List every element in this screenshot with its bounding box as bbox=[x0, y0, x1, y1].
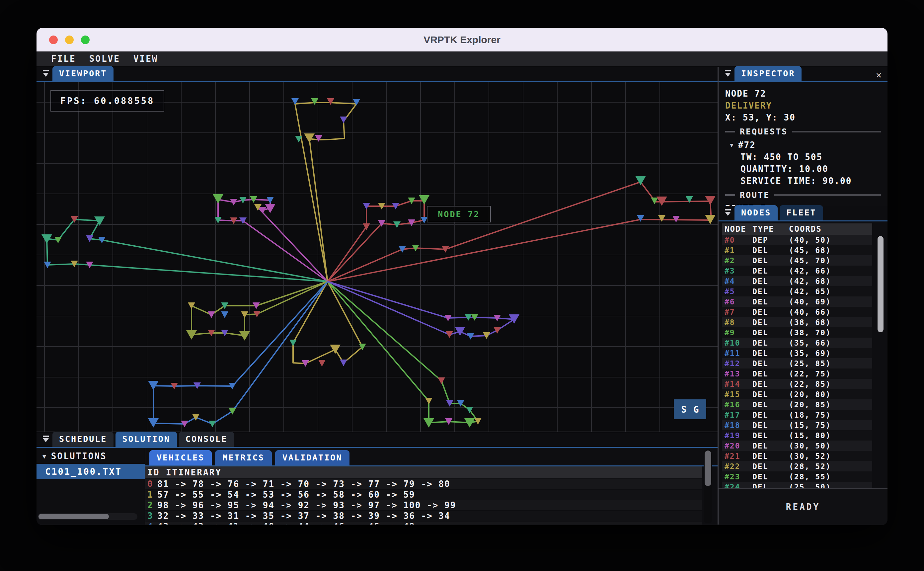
node-marker[interactable] bbox=[209, 421, 216, 427]
collapse-nodes-icon[interactable] bbox=[723, 208, 733, 218]
node-table-row[interactable]: #21DEL(30, 52) bbox=[722, 451, 872, 461]
node-marker[interactable] bbox=[637, 215, 644, 222]
tab-inspector[interactable]: INSPECTOR bbox=[735, 66, 802, 81]
node-marker[interactable] bbox=[188, 302, 195, 309]
tab-vehicles[interactable]: VEHICLES bbox=[149, 450, 212, 465]
node-table-row[interactable]: #24DEL(25, 50) bbox=[722, 482, 872, 488]
collapse-bottom-panel-icon[interactable] bbox=[41, 435, 51, 445]
tab-validation[interactable]: VALIDATION bbox=[275, 450, 350, 465]
node-marker[interactable] bbox=[208, 312, 215, 318]
zoom-window-button[interactable] bbox=[81, 35, 89, 44]
tree-expand-icon[interactable]: ▼ bbox=[43, 453, 47, 460]
node-table-row[interactable]: #11DEL(35, 69) bbox=[722, 348, 872, 358]
close-window-button[interactable] bbox=[49, 35, 58, 44]
node-table-row[interactable]: #5DEL(42, 65) bbox=[722, 286, 872, 296]
itinerary-row[interactable]: 081 -> 78 -> 76 -> 71 -> 70 -> 73 -> 77 … bbox=[145, 479, 702, 489]
minimize-window-button[interactable] bbox=[65, 35, 74, 44]
request-expand-icon[interactable]: ▼ bbox=[730, 139, 734, 151]
node-type: DEL bbox=[752, 318, 789, 327]
node-table-row[interactable]: #19DEL(15, 80) bbox=[722, 430, 872, 441]
tab-metrics[interactable]: METRICS bbox=[215, 450, 271, 465]
node-table-row[interactable]: #15DEL(20, 80) bbox=[722, 389, 872, 400]
tab-nodes[interactable]: NODES bbox=[735, 205, 778, 221]
node-marker[interactable] bbox=[327, 98, 334, 105]
vehicle-id: 1 bbox=[145, 490, 157, 500]
node-table-row[interactable]: #18DEL(15, 75) bbox=[722, 420, 872, 430]
node-table-row[interactable]: #17DEL(18, 75) bbox=[722, 410, 872, 420]
menu-item-solve[interactable]: SOLVE bbox=[89, 54, 120, 64]
node-coords: (28, 52) bbox=[789, 462, 831, 471]
node-type: DEP bbox=[752, 236, 789, 244]
node-table-row[interactable]: #6DEL(40, 69) bbox=[722, 296, 872, 307]
node-type: DEL bbox=[752, 400, 789, 409]
node-table-row[interactable]: #13DEL(22, 75) bbox=[722, 369, 872, 379]
solution-file-item[interactable]: C101_100.TXT bbox=[37, 464, 145, 479]
node-marker[interactable] bbox=[221, 312, 228, 318]
node-marker[interactable] bbox=[651, 198, 658, 204]
close-inspector-icon[interactable]: ✕ bbox=[876, 69, 881, 80]
node-marker[interactable] bbox=[330, 344, 340, 354]
inspector-node-info: NODE 72 DELIVERY X: 53, Y: 30 REQUESTS ▼… bbox=[719, 82, 887, 206]
vehicle-id: 0 bbox=[145, 479, 157, 489]
tab-schedule[interactable]: SCHEDULE bbox=[52, 432, 114, 447]
toggle-g[interactable]: G bbox=[693, 404, 699, 415]
tab-console[interactable]: CONSOLE bbox=[179, 432, 234, 447]
node-marker[interactable] bbox=[239, 331, 250, 341]
collapse-inspector-icon[interactable] bbox=[723, 69, 733, 79]
node-id: #19 bbox=[722, 431, 752, 440]
itinerary-v-scrollbar bbox=[704, 449, 712, 523]
node-marker[interactable] bbox=[425, 398, 433, 404]
node-table-row[interactable]: #1DEL(45, 68) bbox=[722, 245, 872, 255]
menu-item-view[interactable]: VIEW bbox=[133, 54, 158, 64]
itinerary-row[interactable]: 157 -> 55 -> 54 -> 53 -> 56 -> 58 -> 60 … bbox=[145, 490, 702, 500]
node-marker[interactable] bbox=[290, 340, 297, 346]
viewport-canvas[interactable]: FPS: 60.088558 NODE 72 SG bbox=[37, 82, 718, 432]
node-table-row[interactable]: #20DEL(30, 50) bbox=[722, 441, 872, 451]
itinerary-row[interactable]: 443 -> 42 -> 41 -> 40 -> 44 -> 46 -> 45 … bbox=[145, 522, 702, 525]
node-marker[interactable] bbox=[315, 135, 322, 142]
node-table-row[interactable]: #9DEL(38, 70) bbox=[722, 327, 872, 338]
node-marker[interactable] bbox=[340, 360, 347, 366]
menu-item-file[interactable]: FILE bbox=[51, 54, 76, 64]
toggle-s[interactable]: S bbox=[681, 404, 686, 415]
tab-solution[interactable]: SOLUTION bbox=[116, 432, 177, 447]
node-marker[interactable] bbox=[340, 117, 347, 123]
node-table-row[interactable]: #14DEL(22, 85) bbox=[722, 379, 872, 389]
node-marker[interactable] bbox=[438, 378, 445, 384]
node-coords: (42, 68) bbox=[789, 277, 831, 286]
node-table-row[interactable]: #8DEL(38, 68) bbox=[722, 317, 872, 327]
node-marker[interactable] bbox=[318, 360, 326, 366]
node-table-row[interactable]: #22DEL(28, 52) bbox=[722, 461, 872, 471]
node-marker[interactable] bbox=[658, 215, 665, 222]
node-table-row[interactable]: #12DEL(25, 85) bbox=[722, 358, 872, 369]
nodes-scrollbar-thumb[interactable] bbox=[878, 236, 884, 332]
node-table-row[interactable]: #10DEL(35, 66) bbox=[722, 338, 872, 348]
node-marker[interactable] bbox=[311, 98, 318, 105]
node-marker[interactable] bbox=[494, 327, 501, 333]
node-marker[interactable] bbox=[466, 407, 473, 413]
node-marker[interactable] bbox=[705, 196, 716, 205]
node-table-row[interactable]: #23DEL(28, 55) bbox=[722, 471, 872, 482]
snap-grid-toggle[interactable]: SG bbox=[674, 400, 706, 419]
node-marker[interactable] bbox=[363, 224, 370, 230]
itinerary-row[interactable]: 332 -> 33 -> 31 -> 35 -> 37 -> 38 -> 39 … bbox=[145, 511, 702, 521]
itinerary-row[interactable]: 298 -> 96 -> 95 -> 94 -> 92 -> 93 -> 97 … bbox=[145, 500, 702, 510]
itinerary-v-scrollbar-thumb[interactable] bbox=[705, 451, 711, 486]
node-marker[interactable] bbox=[213, 194, 223, 204]
node-marker[interactable] bbox=[192, 414, 199, 421]
node-table-row[interactable]: #3DEL(42, 66) bbox=[722, 265, 872, 276]
node-table-row[interactable]: #2DEL(45, 70) bbox=[722, 255, 872, 265]
tab-fleet[interactable]: FLEET bbox=[780, 205, 823, 221]
collapse-viewport-icon[interactable] bbox=[41, 69, 51, 79]
node-table-row[interactable]: #7DEL(40, 66) bbox=[722, 307, 872, 317]
node-table-row[interactable]: #0DEP(40, 50) bbox=[722, 235, 872, 245]
tab-viewport[interactable]: VIEWPORT bbox=[52, 66, 114, 81]
solutions-h-scrollbar-thumb[interactable] bbox=[38, 514, 109, 519]
node-table-row[interactable]: #4DEL(42, 68) bbox=[722, 276, 872, 286]
node-table-row[interactable]: #16DEL(20, 85) bbox=[722, 400, 872, 410]
node-id: #13 bbox=[722, 369, 752, 378]
node-marker[interactable] bbox=[304, 133, 315, 143]
node-marker[interactable] bbox=[455, 327, 465, 336]
node-id: #3 bbox=[722, 267, 752, 275]
node-marker[interactable] bbox=[446, 331, 453, 338]
